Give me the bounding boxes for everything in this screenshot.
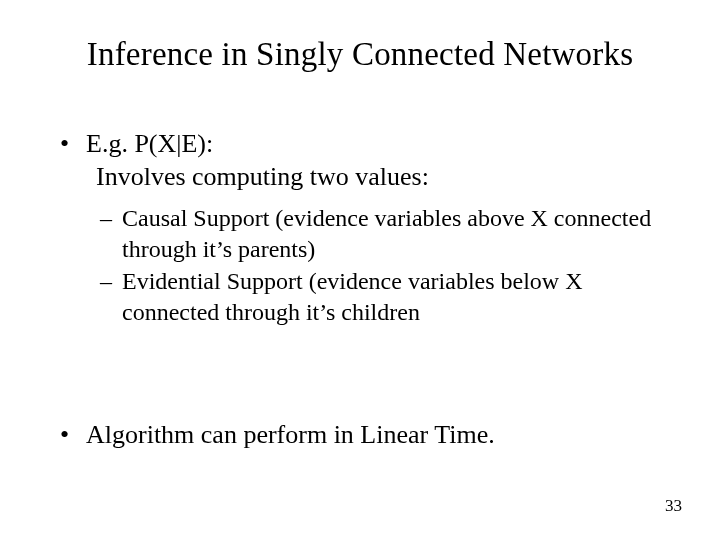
bullet-icon: • [60, 420, 86, 450]
dash-icon: – [100, 266, 122, 297]
page-number: 33 [665, 496, 682, 516]
bullet-icon: • [60, 128, 86, 161]
sub-text: Evidential Support (evidence variables b… [122, 266, 660, 327]
dash-icon: – [100, 203, 122, 234]
sub-text: Causal Support (evidence variables above… [122, 203, 660, 264]
bullet-line2: Involves computing two values: [96, 161, 670, 194]
sub-item-1: – Causal Support (evidence variables abo… [100, 203, 660, 264]
bullet-item-2: • Algorithm can perform in Linear Time. [60, 420, 670, 450]
sub-item-2: – Evidential Support (evidence variables… [100, 266, 660, 327]
sub-list: – Causal Support (evidence variables abo… [100, 203, 660, 328]
bullet-text: Algorithm can perform in Linear Time. [86, 420, 495, 450]
slide: Inference in Singly Connected Networks •… [0, 0, 720, 540]
bullet-text: E.g. P(X|E): [86, 128, 213, 161]
bullet-item-1: • E.g. P(X|E): [60, 128, 670, 161]
body-block: • E.g. P(X|E): Involves computing two va… [60, 128, 670, 330]
slide-title: Inference in Singly Connected Networks [0, 36, 720, 73]
